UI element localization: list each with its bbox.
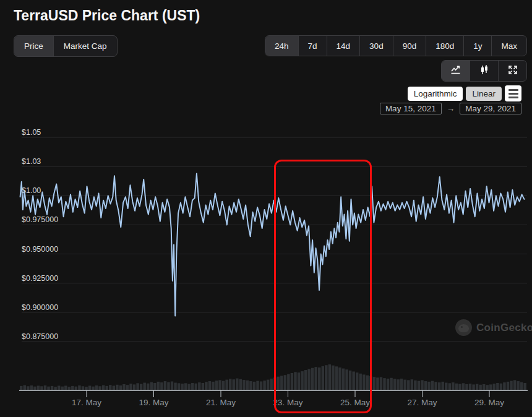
volume-bar — [122, 384, 125, 390]
volume-bar — [98, 386, 101, 390]
date-from-input[interactable]: May 15, 2021 — [380, 103, 442, 114]
volume-bar — [483, 384, 485, 390]
volume-bar — [246, 380, 249, 390]
volume-bar — [404, 380, 406, 390]
date-to-input[interactable]: May 29, 2021 — [460, 103, 521, 114]
volume-bar — [202, 383, 204, 390]
volume-bar — [280, 376, 283, 390]
range-button-1y[interactable]: 1y — [464, 36, 492, 56]
volume-bar — [126, 385, 129, 390]
volume-bar — [102, 385, 105, 390]
volume-bar — [517, 381, 519, 390]
volume-bar — [239, 379, 242, 390]
volume-bar — [40, 386, 43, 390]
y-axis-label: $1.03 — [22, 157, 41, 166]
volume-bar — [181, 384, 183, 390]
volume-bar — [373, 377, 375, 390]
range-button-30d[interactable]: 30d — [360, 36, 393, 56]
volume-bar — [88, 385, 91, 390]
volume-bar — [376, 377, 379, 390]
volume-bar — [164, 381, 166, 390]
volume-bar — [82, 386, 84, 390]
volume-bar — [24, 385, 26, 390]
volume-bar — [332, 366, 334, 390]
fullscreen-button[interactable] — [499, 61, 526, 81]
range-button-7d[interactable]: 7d — [299, 36, 327, 56]
volume-bar — [147, 384, 149, 390]
y-axis-label: $0.900000 — [22, 303, 58, 312]
range-button-180d[interactable]: 180d — [426, 36, 464, 56]
range-button-14d[interactable]: 14d — [327, 36, 361, 56]
volume-bar — [113, 385, 115, 390]
volume-bar — [407, 380, 410, 390]
volume-bar — [500, 384, 502, 390]
volume-bar — [434, 382, 437, 390]
volume-bar — [441, 382, 444, 390]
volume-bar — [20, 386, 22, 390]
range-button-Max[interactable]: Max — [492, 36, 526, 56]
chart-menu-button[interactable] — [505, 85, 521, 101]
volume-bar — [469, 384, 471, 390]
y-axis-label: $0.950000 — [22, 245, 58, 254]
volume-bar — [301, 371, 303, 390]
tab-market-cap[interactable]: Market Cap — [54, 36, 117, 56]
volume-bar — [33, 387, 36, 390]
candlestick-icon — [479, 64, 489, 77]
logarithmic-button[interactable]: Logarithmic — [408, 87, 463, 101]
volume-bar — [452, 382, 454, 390]
volume-bar — [136, 383, 139, 390]
page-title: TerraUSD Price Chart (UST) — [14, 7, 200, 24]
volume-bar — [225, 380, 228, 390]
volume-bar — [267, 380, 269, 390]
volume-bar — [431, 381, 434, 390]
volume-bar — [486, 385, 489, 390]
y-axis-label: $0.925000 — [22, 274, 58, 283]
tab-price[interactable]: Price — [14, 36, 54, 56]
volume-bar — [356, 372, 358, 390]
volume-bar — [140, 384, 142, 390]
linear-button[interactable]: Linear — [466, 87, 502, 101]
watermark-label: CoinGecko — [476, 322, 532, 334]
volume-bar — [109, 385, 111, 390]
volume-bar — [92, 387, 94, 390]
coingecko-logo-icon — [455, 319, 472, 336]
volume-bar — [479, 385, 481, 390]
volume-bar — [178, 383, 180, 390]
volume-bar — [455, 384, 458, 390]
volume-bar — [222, 381, 225, 390]
range-button-24h[interactable]: 24h — [265, 36, 299, 56]
volume-bar — [304, 370, 307, 390]
range-button-90d[interactable]: 90d — [393, 36, 427, 56]
volume-bar — [414, 380, 416, 390]
volume-bar — [78, 385, 80, 390]
volume-bar — [273, 377, 276, 390]
volume-bar — [198, 382, 200, 390]
volume-bar — [424, 381, 427, 390]
volume-bar — [58, 385, 60, 390]
volume-bar — [366, 376, 369, 390]
candlestick-chart-button[interactable] — [470, 61, 499, 81]
volume-bar — [291, 373, 293, 390]
volume-bar — [307, 369, 310, 390]
line-chart-icon — [450, 65, 461, 77]
volume-bar — [116, 385, 118, 390]
volume-bar — [507, 382, 509, 390]
volume-bar — [212, 382, 214, 390]
volume-bar — [325, 365, 327, 390]
volume-bar — [523, 383, 526, 390]
volume-bar — [445, 383, 447, 390]
coingecko-price-chart-page: $1.05$1.03$1.00$0.975000$0.950000$0.9250… — [0, 0, 532, 417]
y-axis-label: $0.975000 — [22, 215, 58, 224]
volume-bar — [218, 380, 221, 390]
volume-bar — [75, 387, 77, 390]
volume-bar — [119, 385, 122, 390]
volume-bar — [311, 368, 314, 390]
volume-bar — [345, 369, 348, 390]
line-chart-button[interactable] — [442, 61, 470, 81]
volume-bar — [510, 381, 512, 390]
volume-bar — [465, 384, 468, 390]
x-axis-label: 17. May — [72, 398, 101, 407]
price-line — [20, 174, 525, 316]
volume-bar — [106, 386, 108, 390]
volume-bar — [208, 381, 211, 390]
